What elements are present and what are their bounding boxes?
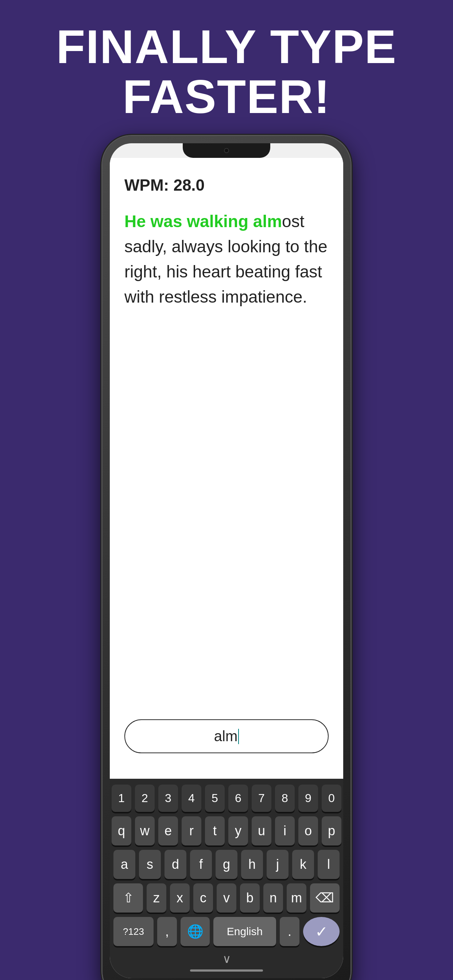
key-u[interactable]: u <box>252 816 271 845</box>
key-comma[interactable]: , <box>157 917 177 946</box>
text-input-box[interactable]: alm <box>124 719 329 753</box>
globe-icon: 🌐 <box>187 924 204 939</box>
key-k[interactable]: k <box>292 850 314 879</box>
key-s[interactable]: s <box>139 850 161 879</box>
text-cursor <box>238 729 239 744</box>
keyboard-row2: a s d f g h j k l <box>113 850 340 879</box>
key-v[interactable]: v <box>217 883 236 913</box>
notch <box>183 143 270 158</box>
num-switch-label: ?123 <box>123 926 144 937</box>
key-space[interactable]: English <box>214 917 276 946</box>
keyboard-row1: q w e r t y u i o p <box>113 816 340 845</box>
keyboard-row3: ⇧ z x c v b n m ⌫ <box>113 883 340 913</box>
headline-line2: FASTER! <box>123 70 330 123</box>
key-2[interactable]: 2 <box>135 784 155 812</box>
key-b[interactable]: b <box>240 883 260 913</box>
key-1[interactable]: 1 <box>112 784 131 812</box>
key-a[interactable]: a <box>113 850 135 879</box>
key-c[interactable]: c <box>193 883 213 913</box>
key-q[interactable]: q <box>112 816 131 845</box>
key-m[interactable]: m <box>287 883 306 913</box>
key-e[interactable]: e <box>158 816 178 845</box>
content-area: WPM: 28.0 He was walking almost sadly, a… <box>110 158 343 779</box>
wpm-display: WPM: 28.0 <box>124 176 329 194</box>
phone-container: WPM: 28.0 He was walking almost sadly, a… <box>102 136 351 980</box>
period-label: . <box>288 924 292 939</box>
key-shift[interactable]: ⇧ <box>113 883 143 913</box>
keyboard: 1 2 3 4 5 6 7 8 9 0 q w e r t <box>110 779 343 978</box>
phone-outer: WPM: 28.0 He was walking almost sadly, a… <box>102 136 351 980</box>
key-x[interactable]: x <box>170 883 190 913</box>
keyboard-chevron-row: ∨ <box>113 950 340 969</box>
keyboard-bottom-row: ?123 , 🌐 English . ✓ <box>113 917 340 946</box>
key-6[interactable]: 6 <box>228 784 248 812</box>
typed-correct: He was walking alm <box>124 212 282 231</box>
key-f[interactable]: f <box>190 850 212 879</box>
typing-text: He was walking almost sadly, always look… <box>124 209 329 310</box>
key-backspace[interactable]: ⌫ <box>310 883 340 913</box>
headline-line1: FINALLY TYPE <box>56 20 397 73</box>
key-z[interactable]: z <box>147 883 166 913</box>
key-num-switch[interactable]: ?123 <box>113 917 153 946</box>
backspace-icon: ⌫ <box>316 890 334 905</box>
comma-label: , <box>165 924 169 939</box>
key-period[interactable]: . <box>280 917 300 946</box>
key-h[interactable]: h <box>241 850 263 879</box>
key-4[interactable]: 4 <box>182 784 201 812</box>
key-3[interactable]: 3 <box>158 784 178 812</box>
notch-camera <box>224 148 229 153</box>
key-t[interactable]: t <box>205 816 225 845</box>
key-d[interactable]: d <box>164 850 187 879</box>
key-i[interactable]: i <box>275 816 295 845</box>
return-icon: ✓ <box>315 923 328 940</box>
key-9[interactable]: 9 <box>298 784 318 812</box>
key-w[interactable]: w <box>135 816 155 845</box>
key-o[interactable]: o <box>298 816 318 845</box>
space-label: English <box>227 925 263 938</box>
home-bar <box>190 969 263 972</box>
key-g[interactable]: g <box>215 850 238 879</box>
key-5[interactable]: 5 <box>205 784 225 812</box>
key-j[interactable]: j <box>266 850 289 879</box>
key-globe[interactable]: 🌐 <box>180 917 210 946</box>
key-y[interactable]: y <box>228 816 248 845</box>
phone-screen: WPM: 28.0 He was walking almost sadly, a… <box>110 143 343 978</box>
key-0[interactable]: 0 <box>322 784 341 812</box>
key-n[interactable]: n <box>263 883 283 913</box>
keyboard-number-row: 1 2 3 4 5 6 7 8 9 0 <box>113 784 340 812</box>
input-value: alm <box>214 728 238 745</box>
key-p[interactable]: p <box>322 816 341 845</box>
key-l[interactable]: l <box>318 850 340 879</box>
headline: FINALLY TYPE FASTER! <box>56 22 397 121</box>
key-r[interactable]: r <box>182 816 201 845</box>
chevron-down-icon[interactable]: ∨ <box>222 952 231 966</box>
key-return[interactable]: ✓ <box>303 917 340 946</box>
text-input-container[interactable]: alm <box>124 719 329 753</box>
key-7[interactable]: 7 <box>252 784 271 812</box>
key-8[interactable]: 8 <box>275 784 295 812</box>
shift-icon: ⇧ <box>123 890 134 905</box>
